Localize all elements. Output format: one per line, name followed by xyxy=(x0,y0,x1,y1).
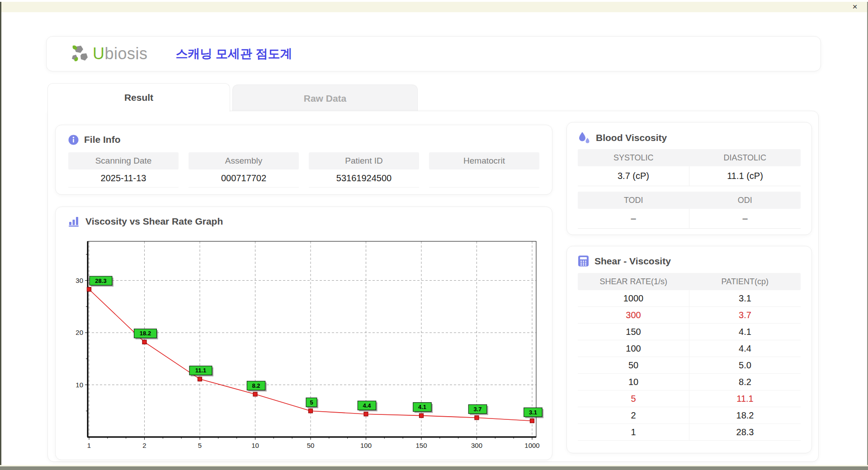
y-tick-label: 20 xyxy=(75,329,83,336)
bv-value-cell: – xyxy=(578,209,689,228)
file-info-field-label: Assembly xyxy=(189,152,299,169)
graph-title: Viscosity vs Shear Rate Graph xyxy=(85,216,223,227)
data-marker xyxy=(253,392,257,396)
file-info-field: Assembly000717702 xyxy=(189,152,299,188)
sv-shear-rate-cell: 50 xyxy=(578,357,689,373)
x-tick-label: 50 xyxy=(307,442,315,449)
bv-value-cell: 11.1 (cP) xyxy=(689,166,801,186)
bv-value-cell: 3.7 (cP) xyxy=(578,166,689,186)
bv-header-cell: TODI xyxy=(578,192,689,209)
app-window: × Ubiosis 스캐닝 모세관 점도계 Result Raw Data xyxy=(0,0,868,470)
droplets-icon xyxy=(578,132,590,144)
sv-patient-cell: 18.2 xyxy=(689,407,801,423)
ubiosis-logo-mark xyxy=(68,44,90,64)
value-label-text: 11.1 xyxy=(195,367,207,374)
sv-patient-cell: 4.1 xyxy=(689,324,801,340)
x-tick-label: 1000 xyxy=(524,442,539,449)
shear-viscosity-table: SHEAR RATE(1/s)PATIENT(cp)10003.13003.71… xyxy=(578,273,801,441)
bv-header-cell: DIASTOLIC xyxy=(689,149,801,166)
data-marker xyxy=(475,416,479,420)
window-frame-bottom xyxy=(0,466,868,470)
table-row: 218.2 xyxy=(578,407,801,424)
ubiosis-logo: Ubiosis xyxy=(68,44,148,64)
calculator-icon xyxy=(578,255,589,267)
graph-card: Viscosity vs Shear Rate Graph 1020301251… xyxy=(55,207,552,460)
file-info-title: File Info xyxy=(84,134,121,145)
value-label-text: 8.2 xyxy=(252,382,260,389)
table-row: 505.0 xyxy=(578,357,801,374)
x-tick-label: 100 xyxy=(360,442,372,449)
sv-shear-rate-cell: 1 xyxy=(578,424,689,440)
window-frame-left xyxy=(0,2,1,470)
x-tick-label: 5 xyxy=(198,442,202,449)
value-label-text: 4.1 xyxy=(418,404,426,410)
sv-patient-cell: 5.0 xyxy=(689,357,801,373)
y-tick-label: 30 xyxy=(75,277,83,284)
bv-value-row: 3.7 (cP)11.1 (cP) xyxy=(578,166,801,186)
data-marker xyxy=(198,377,202,381)
sv-shear-rate-cell: 1000 xyxy=(578,290,689,306)
file-info-field-label: Hematocrit xyxy=(429,152,539,169)
file-info-field: Scanning Date2025-11-13 xyxy=(68,152,179,188)
sv-patient-cell: 28.3 xyxy=(689,424,801,440)
bv-header-cell: SYSTOLIC xyxy=(578,149,689,166)
value-label-text: 28.3 xyxy=(95,277,106,284)
table-row: 3003.7 xyxy=(578,307,801,324)
file-info-field: Patient ID53161924500 xyxy=(309,152,419,188)
viscosity-chart: 1020301251050100150300100028.318.211.18.… xyxy=(64,233,545,456)
tab-result[interactable]: Result xyxy=(47,83,230,112)
sv-patient-cell: 3.7 xyxy=(689,307,801,323)
sv-shear-rate-cell: 300 xyxy=(578,307,689,323)
table-row: 128.3 xyxy=(578,424,801,441)
sv-shear-rate-cell: 2 xyxy=(578,407,689,423)
sv-shear-rate-cell: 150 xyxy=(578,324,689,340)
sv-header-cell: PATIENT(cp) xyxy=(689,273,801,290)
bv-header-row: TODIODI xyxy=(578,192,801,209)
graph-header: Viscosity vs Shear Rate Graph xyxy=(68,216,539,227)
value-label-text: 4.4 xyxy=(363,402,371,409)
value-label-text: 18.2 xyxy=(140,330,151,337)
x-tick-label: 2 xyxy=(142,442,146,449)
file-info-field-label: Scanning Date xyxy=(68,152,179,169)
file-info-field-value: 53161924500 xyxy=(309,169,419,188)
bv-value-cell: – xyxy=(689,209,801,228)
table-row: 511.1 xyxy=(578,390,801,407)
sv-patient-cell: 3.1 xyxy=(689,290,801,306)
data-marker xyxy=(87,287,91,291)
logo-text-rest: biosis xyxy=(105,44,148,63)
x-tick-label: 10 xyxy=(251,442,259,449)
header-card: Ubiosis 스캐닝 모세관 점도계 xyxy=(46,36,821,71)
table-row: 1004.4 xyxy=(578,340,801,357)
data-marker xyxy=(309,409,313,413)
x-tick-label: 300 xyxy=(471,442,482,449)
shear-viscosity-header: Shear - Viscosity xyxy=(578,255,801,267)
sv-patient-cell: 8.2 xyxy=(689,374,801,390)
sv-patient-cell: 11.1 xyxy=(689,390,801,407)
y-tick-label: 10 xyxy=(75,381,83,389)
table-row: 1504.1 xyxy=(578,324,801,340)
data-marker xyxy=(530,419,534,423)
page-title: 스캐닝 모세관 점도계 xyxy=(176,46,292,62)
table-row: 108.2 xyxy=(578,374,801,390)
bv-header-row: SYSTOLICDIASTOLIC xyxy=(578,149,801,166)
sv-header-cell: SHEAR RATE(1/s) xyxy=(578,273,689,290)
blood-viscosity-card: Blood Viscosity SYSTOLICDIASTOLIC3.7 (cP… xyxy=(566,122,812,235)
value-label-text: 5 xyxy=(310,399,313,406)
bar-chart-icon xyxy=(68,216,80,227)
sv-header-row: SHEAR RATE(1/s)PATIENT(cp) xyxy=(578,273,801,290)
file-info-fields: Scanning Date2025-11-13Assembly000717702… xyxy=(68,152,539,188)
x-tick-label: 150 xyxy=(415,442,427,449)
value-label-text: 3.7 xyxy=(473,406,481,413)
data-marker xyxy=(420,414,424,418)
data-marker xyxy=(364,412,368,416)
sv-shear-rate-cell: 5 xyxy=(578,390,689,407)
file-info-field-label: Patient ID xyxy=(309,152,419,169)
shear-viscosity-card: Shear - Viscosity SHEAR RATE(1/s)PATIENT… xyxy=(566,246,812,453)
sv-patient-cell: 4.4 xyxy=(689,340,801,357)
file-info-field-value: 000717702 xyxy=(189,169,299,188)
close-icon[interactable]: × xyxy=(849,1,861,12)
blood-viscosity-header: Blood Viscosity xyxy=(578,132,801,144)
table-row: 10003.1 xyxy=(578,290,801,307)
value-label-text: 3.1 xyxy=(529,409,537,416)
tab-raw-data[interactable]: Raw Data xyxy=(232,85,418,112)
